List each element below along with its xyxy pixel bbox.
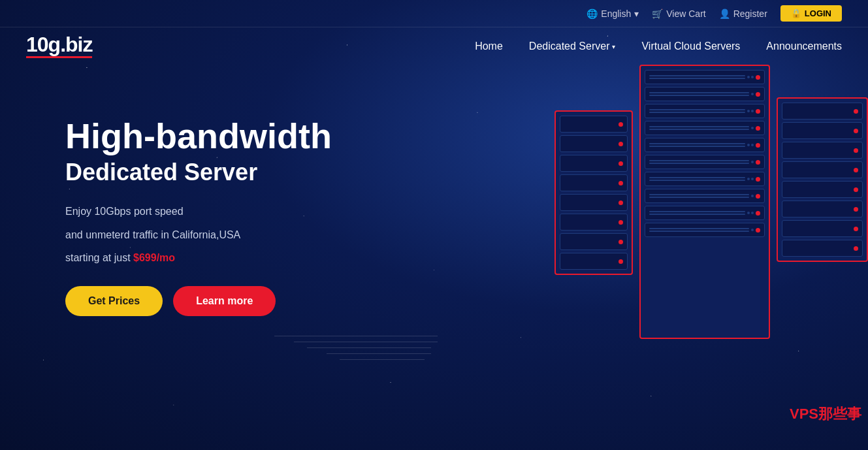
watermark: VPS那些事	[790, 404, 861, 424]
lock-icon: 🔒	[791, 8, 801, 18]
nav-item-virtual-cloud[interactable]: Virtual Cloud Servers	[641, 40, 740, 52]
server-unit-wide	[645, 206, 765, 220]
nav-item-dedicated-server[interactable]: Dedicated Server ▾	[529, 40, 616, 52]
server-unit	[560, 233, 628, 250]
hero-price: $699/mo	[133, 252, 175, 263]
language-dropdown-icon: ▾	[634, 8, 639, 19]
globe-icon: 🌐	[587, 8, 598, 19]
chevron-down-icon: ▾	[612, 43, 615, 50]
led	[756, 177, 760, 182]
server-unit-wide	[645, 138, 765, 152]
led	[756, 109, 760, 114]
server-unit-wide	[645, 155, 765, 169]
deco-line-4	[327, 353, 431, 354]
server-unit-wide	[645, 223, 765, 237]
deco-line-5	[340, 359, 425, 360]
server-unit	[782, 103, 863, 120]
hero-content: High-bandwidth Dedicated Server Enjoy 10…	[65, 91, 392, 316]
navbar: 10g.biz Home Dedicated Server ▾ Virtual …	[0, 27, 868, 65]
server-unit-wide	[645, 189, 765, 203]
login-button[interactable]: 🔒 LOGIN	[780, 5, 842, 22]
deco-line-2	[294, 342, 438, 342]
hero-desc-line3: starting at just $699/mo	[65, 249, 392, 266]
led	[619, 161, 623, 166]
server-racks	[555, 78, 868, 339]
hero-buttons: Get Prices Learn more	[65, 286, 392, 316]
server-unit	[782, 122, 863, 139]
server-unit	[782, 181, 863, 198]
server-unit	[782, 161, 863, 178]
server-unit	[560, 135, 628, 152]
led	[854, 148, 858, 153]
led	[756, 194, 760, 199]
nav-item-announcements[interactable]: Announcements	[766, 40, 842, 52]
server-unit-wide	[645, 104, 765, 118]
server-unit-wide	[645, 87, 765, 101]
led	[619, 259, 623, 264]
register-label: Register	[733, 8, 767, 19]
server-unit	[560, 194, 628, 211]
logo[interactable]: 10g.biz	[26, 34, 92, 58]
led	[756, 92, 760, 97]
register-link[interactable]: 👤 Register	[719, 8, 767, 19]
user-icon: 👤	[719, 8, 730, 19]
led	[854, 227, 858, 231]
led	[854, 207, 858, 212]
led	[619, 240, 623, 244]
led	[756, 75, 760, 80]
language-label: English	[601, 8, 631, 19]
view-cart-label: View Cart	[666, 8, 705, 19]
hero-title: High-bandwidth	[65, 117, 392, 155]
server-unit	[782, 201, 863, 217]
server-unit	[560, 174, 628, 191]
server-unit	[782, 220, 863, 237]
led	[854, 129, 858, 133]
led	[756, 160, 760, 165]
hero-desc-line1: Enjoy 10Gbps port speed	[65, 202, 392, 220]
deco-lines	[261, 336, 444, 365]
cart-icon: 🛒	[652, 8, 663, 19]
get-prices-button[interactable]: Get Prices	[65, 286, 163, 316]
server-unit-wide	[645, 121, 765, 135]
led	[619, 122, 623, 127]
deco-line-1	[274, 336, 438, 336]
led	[854, 109, 858, 114]
nav-menu: Home Dedicated Server ▾ Virtual Cloud Se…	[475, 40, 842, 52]
led	[619, 181, 623, 185]
led	[756, 143, 760, 148]
server-unit-wide	[645, 70, 765, 84]
server-unit	[560, 116, 628, 133]
hero-desc-line2: and unmeterd traffic in California,USA	[65, 226, 392, 244]
led	[854, 187, 858, 192]
led	[619, 220, 623, 225]
led	[756, 228, 760, 233]
logo-underline	[26, 56, 92, 58]
top-bar: 🌐 English ▾ 🛒 View Cart 👤 Register 🔒 LOG…	[0, 0, 868, 27]
server-unit	[782, 142, 863, 159]
nav-item-home[interactable]: Home	[475, 40, 503, 52]
led	[619, 201, 623, 205]
server-unit-wide	[645, 172, 765, 186]
learn-more-button[interactable]: Learn more	[173, 286, 276, 316]
led	[854, 246, 858, 251]
led	[619, 142, 623, 146]
server-unit	[560, 253, 628, 270]
led	[854, 168, 858, 172]
server-unit	[560, 214, 628, 231]
language-selector[interactable]: 🌐 English ▾	[587, 8, 639, 19]
server-rack-large	[639, 65, 770, 339]
deco-line-3	[307, 347, 431, 348]
view-cart-link[interactable]: 🛒 View Cart	[652, 8, 705, 19]
led	[756, 126, 760, 131]
led	[756, 211, 760, 216]
server-unit	[782, 240, 863, 257]
server-unit	[560, 155, 628, 172]
server-rack-small	[555, 110, 633, 275]
hero-section: High-bandwidth Dedicated Server Enjoy 10…	[0, 65, 868, 430]
hero-subtitle: Dedicated Server	[65, 159, 392, 186]
server-rack-medium	[777, 97, 868, 262]
